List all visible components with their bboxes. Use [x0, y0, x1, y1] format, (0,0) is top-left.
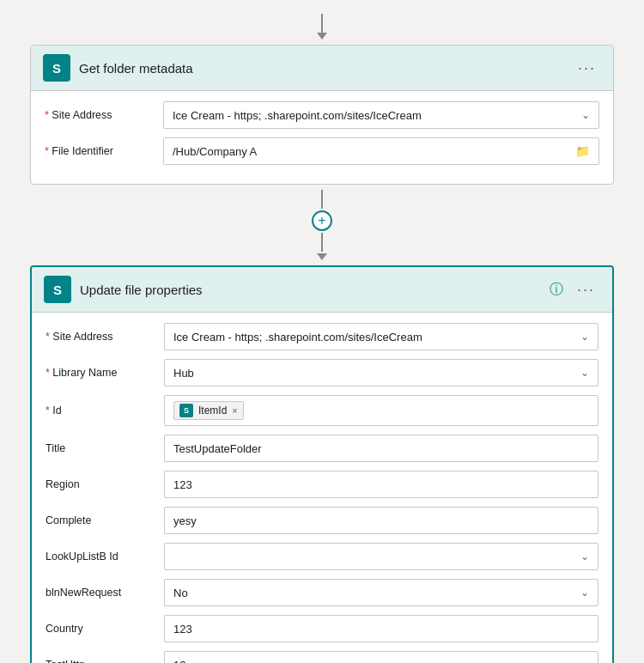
get-folder-site-address-value: Ice Cream - https; .sharepoint.com/sites… — [173, 109, 422, 122]
update-id-label: Id — [46, 404, 157, 417]
update-complete-label: Complete — [46, 514, 157, 526]
tag-close-button[interactable]: × — [232, 405, 237, 416]
get-folder-more-button[interactable]: ··· — [573, 58, 601, 79]
update-library-name-label: Library Name — [46, 367, 157, 379]
update-complete-input[interactable]: yesy — [164, 507, 598, 534]
get-folder-site-address-select[interactable]: Ice Cream - https; .sharepoint.com/sites… — [163, 101, 599, 129]
update-file-body: Site Address Ice Cream - https; .sharepo… — [32, 313, 612, 663]
arrow-line — [321, 14, 323, 33]
update-complete-value: yesy — [173, 514, 197, 527]
connector: + — [312, 190, 332, 260]
get-folder-header-right: ··· — [573, 58, 601, 79]
get-folder-site-address-label: Site Address — [45, 109, 156, 121]
update-library-name-row: Library Name Hub ⌄ — [46, 359, 598, 386]
update-country-value: 123 — [173, 623, 192, 636]
get-folder-icon: S — [43, 54, 70, 82]
update-lookup-chevron: ⌄ — [580, 550, 589, 563]
arrow-head — [317, 33, 327, 40]
update-library-name-chevron: ⌄ — [580, 367, 589, 379]
update-lookup-label: LookUpListB Id — [46, 550, 157, 563]
get-folder-card: S Get folder metadata ··· Site Address I… — [30, 45, 614, 185]
connector-arrow — [317, 253, 327, 260]
update-file-info-button[interactable]: ⓘ — [550, 281, 563, 299]
update-title-input[interactable]: TestUpdateFolder — [164, 435, 598, 462]
update-site-address-label: Site Address — [46, 331, 157, 343]
top-arrow — [317, 14, 327, 40]
connector-line-bottom — [321, 233, 323, 252]
update-library-name-value: Hub — [173, 367, 194, 380]
update-file-card: S Update file properties ⓘ ··· Site Addr… — [30, 265, 614, 663]
update-id-input[interactable]: S ItemId × — [164, 395, 598, 426]
update-site-address-chevron: ⌄ — [580, 331, 589, 343]
get-folder-header-left: S Get folder metadata — [43, 54, 193, 82]
update-title-label: Title — [46, 442, 157, 454]
update-library-name-select[interactable]: Hub ⌄ — [164, 359, 598, 386]
update-site-address-select[interactable]: Ice Cream - https; .sharepoint.com/sites… — [164, 323, 598, 350]
item-id-tag: S ItemId × — [173, 401, 244, 420]
update-region-value: 123 — [173, 478, 192, 491]
update-file-more-button[interactable]: ··· — [572, 279, 600, 301]
update-region-row: Region 123 — [46, 471, 598, 498]
update-site-address-value: Ice Cream - https; .sharepoint.com/sites… — [173, 331, 422, 344]
update-bln-label: blnNewRequest — [46, 587, 157, 599]
update-bln-row: blnNewRequest No ⌄ — [46, 579, 598, 606]
update-file-header-left: S Update file properties — [44, 276, 203, 303]
update-testhttp-label: TestHttp — [46, 659, 157, 663]
get-folder-title: Get folder metadata — [79, 61, 193, 76]
update-lookup-row: LookUpListB Id ⌄ — [46, 543, 598, 570]
get-folder-site-address-row: Site Address Ice Cream - https; .sharepo… — [45, 101, 599, 129]
get-folder-file-identifier-row: File Identifier /Hub/Company A 📁 — [45, 137, 599, 165]
tag-label: ItemId — [198, 404, 227, 417]
update-testhttp-input[interactable]: 12 — [164, 651, 598, 663]
connector-line-top — [321, 190, 323, 209]
update-complete-row: Complete yesy — [46, 507, 598, 534]
get-folder-site-address-chevron: ⌄ — [581, 109, 590, 121]
update-region-label: Region — [46, 478, 157, 490]
get-folder-file-identifier-label: File Identifier — [45, 145, 156, 157]
update-testhttp-value: 12 — [173, 659, 185, 664]
update-lookup-select[interactable]: ⌄ — [164, 543, 598, 570]
update-file-header: S Update file properties ⓘ ··· — [32, 267, 612, 313]
get-folder-body: Site Address Ice Cream - https; .sharepo… — [31, 91, 613, 184]
get-folder-header: S Get folder metadata ··· — [31, 46, 613, 91]
update-country-row: Country 123 — [46, 615, 598, 642]
update-country-input[interactable]: 123 — [164, 615, 598, 642]
update-file-icon: S — [44, 276, 71, 303]
update-bln-value: No — [173, 587, 188, 599]
add-step-button[interactable]: + — [312, 210, 332, 231]
get-folder-file-identifier-value: /Hub/Company A — [173, 145, 257, 158]
update-bln-chevron: ⌄ — [580, 587, 589, 599]
file-browse-icon: 📁 — [575, 144, 590, 158]
update-file-header-right: ⓘ ··· — [550, 279, 600, 301]
update-region-input[interactable]: 123 — [164, 471, 598, 498]
update-testhttp-row: TestHttp 12 — [46, 651, 598, 663]
update-country-label: Country — [46, 623, 157, 635]
update-file-title: Update file properties — [80, 283, 203, 297]
get-folder-file-identifier-input[interactable]: /Hub/Company A 📁 — [163, 137, 599, 165]
update-bln-select[interactable]: No ⌄ — [164, 579, 598, 606]
update-title-row: Title TestUpdateFolder — [46, 435, 598, 462]
update-title-value: TestUpdateFolder — [173, 442, 262, 455]
update-site-address-row: Site Address Ice Cream - https; .sharepo… — [46, 323, 598, 350]
tag-icon: S — [179, 404, 193, 417]
update-id-row: Id S ItemId × — [46, 395, 598, 426]
